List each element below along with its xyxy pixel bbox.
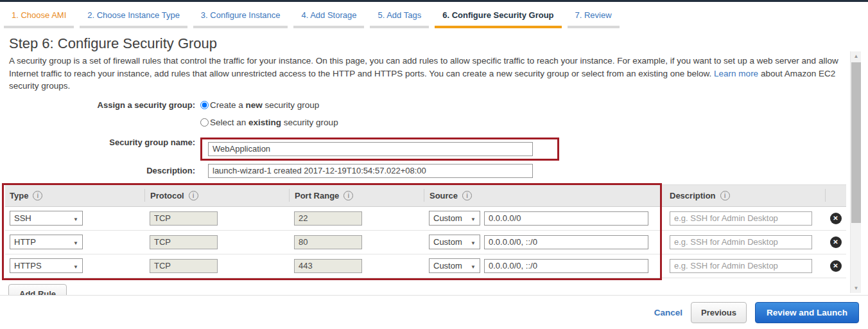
security-group-name-label: Security group name:	[0, 138, 200, 147]
add-rule-button[interactable]: Add Rule	[8, 284, 67, 296]
chevron-down-icon	[73, 213, 78, 223]
previous-button[interactable]: Previous	[691, 302, 747, 323]
radio-select-existing-input[interactable]	[200, 118, 209, 127]
header-protocol-label: Protocol	[150, 191, 184, 200]
rule-description-input[interactable]	[670, 259, 812, 273]
header-port-range: Port Range i	[289, 189, 424, 202]
rule-description-input[interactable]	[670, 211, 812, 226]
header-port-range-label: Port Range	[295, 191, 339, 200]
tab-configure-security-group[interactable]: 6. Configure Security Group	[435, 10, 561, 28]
radio-new-bold: new	[246, 100, 263, 110]
rules-table-header: Type i Protocol i Port Range i Source i …	[5, 184, 846, 207]
header-description-label: Description	[670, 191, 716, 200]
source-cidr-input[interactable]	[484, 211, 648, 226]
protocol-input	[150, 259, 218, 273]
source-cidr-input[interactable]	[484, 259, 648, 273]
type-select[interactable]: HTTP	[10, 235, 83, 249]
info-icon[interactable]: i	[189, 191, 198, 200]
wizard-footer: Cancel Previous Review and Launch	[0, 295, 868, 329]
source-cidr-input[interactable]	[484, 235, 648, 249]
cancel-link[interactable]: Cancel	[654, 308, 682, 317]
scrollbar-down-arrow-icon[interactable]: ▼	[851, 283, 862, 293]
protocol-input	[150, 211, 218, 226]
annotation-box-name	[200, 138, 559, 161]
source-mode-select[interactable]: Custom	[429, 211, 480, 226]
description-label: Description:	[0, 166, 200, 175]
scrollbar-thumb[interactable]	[851, 62, 861, 223]
radio-select-existing-group[interactable]: Select an existing security group	[200, 118, 338, 127]
rule-description-input[interactable]	[670, 235, 812, 249]
assign-security-group-label: Assign a security group:	[0, 100, 200, 110]
tab-choose-instance-type[interactable]: 2. Choose Instance Type	[80, 10, 187, 28]
security-rules-table: Type i Protocol i Port Range i Source i …	[5, 184, 846, 278]
chevron-down-icon	[471, 213, 476, 223]
assign-security-group-row: Assign a security group: Create a new se…	[0, 100, 868, 127]
info-icon[interactable]: i	[33, 191, 42, 200]
radio-existing-post: security group	[284, 118, 338, 127]
info-icon[interactable]: i	[720, 191, 730, 200]
tab-add-tags[interactable]: 5. Add Tags	[370, 10, 429, 28]
header-type-label: Type	[10, 191, 28, 200]
delete-rule-icon[interactable]	[830, 236, 842, 248]
info-icon[interactable]: i	[343, 191, 353, 200]
delete-rule-icon[interactable]	[830, 213, 842, 224]
tab-review[interactable]: 7. Review	[568, 10, 620, 28]
type-select[interactable]: HTTPS	[10, 258, 83, 273]
chevron-down-icon	[73, 261, 78, 271]
type-select[interactable]: SSH	[10, 211, 83, 226]
header-source: Source i	[424, 189, 664, 202]
radio-create-new-group[interactable]: Create a new security group	[200, 100, 338, 110]
port-range-input	[294, 235, 362, 249]
wizard-step-tabs: 1. Choose AMI 2. Choose Instance Type 3.…	[0, 2, 868, 28]
header-type: Type i	[5, 189, 144, 202]
description-row: Description:	[0, 164, 868, 178]
header-description: Description i	[664, 189, 825, 202]
table-row-http: HTTP Custom	[5, 231, 846, 254]
port-range-input	[294, 259, 362, 273]
tab-choose-ami[interactable]: 1. Choose AMI	[4, 10, 74, 28]
security-group-name-row: Security group name:	[0, 138, 868, 161]
tab-configure-instance[interactable]: 3. Configure Instance	[193, 10, 288, 28]
security-group-description-input[interactable]	[208, 164, 533, 178]
radio-new-pre: Create a	[210, 100, 243, 110]
security-group-name-input[interactable]	[208, 142, 533, 156]
page-title: Step 6: Configure Security Group	[9, 35, 868, 52]
delete-rule-icon[interactable]	[830, 260, 842, 272]
header-protocol: Protocol i	[144, 189, 289, 202]
type-select-value: HTTPS	[14, 261, 42, 271]
radio-new-post: security group	[265, 100, 320, 110]
table-row-https: HTTPS Custom	[5, 254, 846, 278]
security-group-radio-group: Create a new security group Select an ex…	[200, 100, 338, 127]
source-mode-select[interactable]: Custom	[429, 258, 480, 273]
scrollbar-up-arrow-icon[interactable]: ▲	[851, 51, 862, 61]
chevron-down-icon	[471, 237, 476, 247]
chevron-down-icon	[73, 237, 78, 247]
radio-create-new-input[interactable]	[200, 101, 209, 109]
source-mode-value: Custom	[433, 213, 462, 223]
step-content-panel: Step 6: Configure Security Group A secur…	[0, 29, 868, 295]
review-and-launch-button[interactable]: Review and Launch	[755, 302, 859, 323]
header-source-label: Source	[430, 191, 458, 200]
type-select-value: SSH	[14, 213, 31, 223]
vertical-scrollbar[interactable]: ▲ ▼	[850, 51, 861, 293]
header-delete-column	[825, 189, 846, 202]
table-row-ssh: SSH Custom	[5, 207, 846, 231]
tab-add-storage[interactable]: 4. Add Storage	[293, 10, 364, 28]
port-range-input	[294, 211, 362, 226]
protocol-input	[150, 235, 218, 249]
radio-existing-pre: Select an	[210, 118, 246, 127]
chevron-down-icon	[471, 261, 476, 271]
intro-paragraph: A security group is a set of firewall ru…	[9, 55, 841, 93]
source-mode-value: Custom	[433, 261, 462, 271]
learn-more-link[interactable]: Learn more	[714, 69, 758, 78]
info-icon[interactable]: i	[462, 191, 472, 200]
source-mode-value: Custom	[433, 237, 462, 247]
type-select-value: HTTP	[14, 237, 36, 247]
radio-existing-bold: existing	[248, 118, 281, 127]
source-mode-select[interactable]: Custom	[429, 235, 480, 249]
